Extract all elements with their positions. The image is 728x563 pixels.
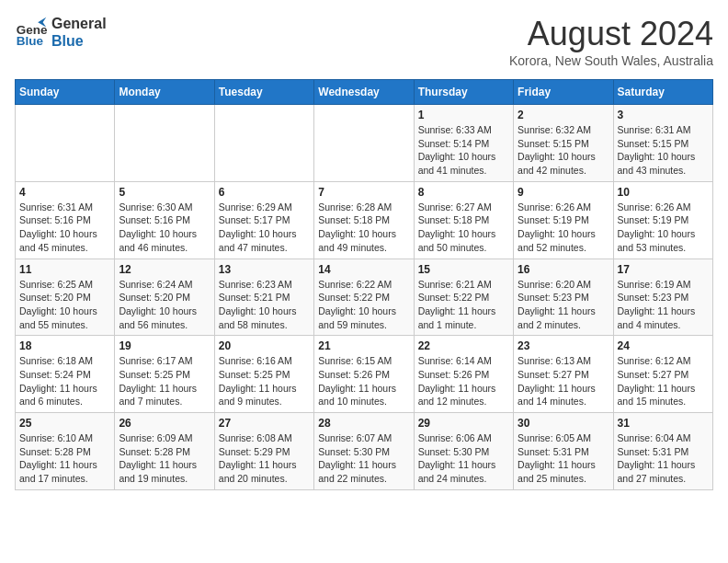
calendar-week-1: 1Sunrise: 6:33 AMSunset: 5:14 PMDaylight… bbox=[16, 105, 713, 182]
calendar-cell: 25Sunrise: 6:10 AMSunset: 5:28 PMDayligh… bbox=[16, 413, 115, 490]
month-title: August 2024 bbox=[509, 15, 713, 53]
day-info: Sunrise: 6:28 AMSunset: 5:18 PMDaylight:… bbox=[318, 201, 409, 255]
day-info: Sunrise: 6:10 AMSunset: 5:28 PMDaylight:… bbox=[19, 431, 110, 486]
day-number: 10 bbox=[618, 186, 709, 199]
day-number: 11 bbox=[19, 263, 110, 276]
day-info: Sunrise: 6:16 AMSunset: 5:25 PMDaylight:… bbox=[219, 354, 310, 408]
location-subtitle: Korora, New South Wales, Australia bbox=[509, 53, 713, 68]
calendar-cell: 22Sunrise: 6:14 AMSunset: 5:26 PMDayligh… bbox=[414, 336, 513, 413]
calendar-body: 1Sunrise: 6:33 AMSunset: 5:14 PMDaylight… bbox=[16, 105, 713, 490]
day-number: 1 bbox=[418, 109, 509, 121]
day-info: Sunrise: 6:18 AMSunset: 5:24 PMDaylight:… bbox=[19, 354, 110, 408]
calendar-cell: 1Sunrise: 6:33 AMSunset: 5:14 PMDaylight… bbox=[414, 105, 513, 182]
day-number: 5 bbox=[119, 186, 210, 199]
day-number: 7 bbox=[318, 186, 409, 199]
day-info: Sunrise: 6:14 AMSunset: 5:26 PMDaylight:… bbox=[418, 354, 509, 408]
calendar-cell: 19Sunrise: 6:17 AMSunset: 5:25 PMDayligh… bbox=[115, 336, 214, 413]
day-number: 23 bbox=[518, 339, 609, 352]
calendar-cell bbox=[16, 105, 115, 182]
logo: General Blue General Blue bbox=[15, 15, 107, 50]
calendar-cell: 5Sunrise: 6:30 AMSunset: 5:16 PMDaylight… bbox=[115, 181, 214, 259]
calendar-cell: 21Sunrise: 6:15 AMSunset: 5:26 PMDayligh… bbox=[314, 336, 414, 413]
page-header: General Blue General Blue August 2024 Ko… bbox=[15, 15, 713, 68]
calendar-cell: 15Sunrise: 6:21 AMSunset: 5:22 PMDayligh… bbox=[414, 259, 513, 336]
day-header-tuesday: Tuesday bbox=[214, 80, 313, 105]
day-info: Sunrise: 6:07 AMSunset: 5:30 PMDaylight:… bbox=[318, 431, 409, 486]
day-info: Sunrise: 6:05 AMSunset: 5:31 PMDaylight:… bbox=[518, 431, 609, 486]
day-number: 2 bbox=[518, 109, 609, 121]
calendar-cell: 27Sunrise: 6:08 AMSunset: 5:29 PMDayligh… bbox=[214, 413, 313, 490]
day-number: 3 bbox=[618, 109, 709, 121]
calendar-cell: 30Sunrise: 6:05 AMSunset: 5:31 PMDayligh… bbox=[514, 413, 613, 490]
calendar-week-4: 18Sunrise: 6:18 AMSunset: 5:24 PMDayligh… bbox=[16, 336, 713, 413]
calendar-cell: 17Sunrise: 6:19 AMSunset: 5:23 PMDayligh… bbox=[613, 259, 712, 336]
calendar-cell bbox=[314, 105, 414, 182]
day-number: 13 bbox=[219, 263, 310, 276]
day-number: 8 bbox=[418, 186, 509, 199]
calendar-cell: 18Sunrise: 6:18 AMSunset: 5:24 PMDayligh… bbox=[16, 336, 115, 413]
day-info: Sunrise: 6:09 AMSunset: 5:28 PMDaylight:… bbox=[119, 431, 210, 486]
day-number: 14 bbox=[318, 263, 409, 276]
day-header-saturday: Saturday bbox=[613, 80, 712, 105]
day-number: 21 bbox=[318, 339, 409, 352]
calendar-cell: 9Sunrise: 6:26 AMSunset: 5:19 PMDaylight… bbox=[514, 181, 613, 259]
day-number: 15 bbox=[418, 263, 509, 276]
calendar-cell: 3Sunrise: 6:31 AMSunset: 5:15 PMDaylight… bbox=[613, 105, 712, 182]
day-info: Sunrise: 6:33 AMSunset: 5:14 PMDaylight:… bbox=[418, 123, 509, 178]
calendar-week-3: 11Sunrise: 6:25 AMSunset: 5:20 PMDayligh… bbox=[16, 259, 713, 336]
calendar-cell: 12Sunrise: 6:24 AMSunset: 5:20 PMDayligh… bbox=[115, 259, 214, 336]
day-info: Sunrise: 6:17 AMSunset: 5:25 PMDaylight:… bbox=[119, 354, 210, 408]
day-info: Sunrise: 6:32 AMSunset: 5:15 PMDaylight:… bbox=[518, 123, 609, 178]
day-info: Sunrise: 6:19 AMSunset: 5:23 PMDaylight:… bbox=[618, 278, 709, 332]
day-header-monday: Monday bbox=[115, 80, 214, 105]
day-header-wednesday: Wednesday bbox=[314, 80, 414, 105]
calendar-cell: 26Sunrise: 6:09 AMSunset: 5:28 PMDayligh… bbox=[115, 413, 214, 490]
calendar-week-2: 4Sunrise: 6:31 AMSunset: 5:16 PMDaylight… bbox=[16, 181, 713, 259]
day-info: Sunrise: 6:26 AMSunset: 5:19 PMDaylight:… bbox=[518, 201, 609, 255]
day-info: Sunrise: 6:15 AMSunset: 5:26 PMDaylight:… bbox=[318, 354, 409, 408]
day-info: Sunrise: 6:08 AMSunset: 5:29 PMDaylight:… bbox=[219, 431, 310, 486]
day-info: Sunrise: 6:12 AMSunset: 5:27 PMDaylight:… bbox=[618, 354, 709, 408]
calendar-cell: 13Sunrise: 6:23 AMSunset: 5:21 PMDayligh… bbox=[214, 259, 313, 336]
day-number: 22 bbox=[418, 339, 509, 352]
day-number: 24 bbox=[618, 339, 709, 352]
calendar-cell: 28Sunrise: 6:07 AMSunset: 5:30 PMDayligh… bbox=[314, 413, 414, 490]
day-info: Sunrise: 6:24 AMSunset: 5:20 PMDaylight:… bbox=[119, 278, 210, 332]
calendar-cell: 8Sunrise: 6:27 AMSunset: 5:18 PMDaylight… bbox=[414, 181, 513, 259]
day-header-thursday: Thursday bbox=[414, 80, 513, 105]
day-info: Sunrise: 6:23 AMSunset: 5:21 PMDaylight:… bbox=[219, 278, 310, 332]
day-number: 6 bbox=[219, 186, 310, 199]
day-header-sunday: Sunday bbox=[16, 80, 115, 105]
day-header-friday: Friday bbox=[514, 80, 613, 105]
day-info: Sunrise: 6:22 AMSunset: 5:22 PMDaylight:… bbox=[318, 278, 409, 332]
day-number: 30 bbox=[518, 417, 609, 430]
calendar-cell: 20Sunrise: 6:16 AMSunset: 5:25 PMDayligh… bbox=[214, 336, 313, 413]
day-info: Sunrise: 6:29 AMSunset: 5:17 PMDaylight:… bbox=[219, 201, 310, 255]
calendar-week-5: 25Sunrise: 6:10 AMSunset: 5:28 PMDayligh… bbox=[16, 413, 713, 490]
day-number: 18 bbox=[19, 339, 110, 352]
logo-line2: Blue bbox=[51, 32, 107, 50]
day-number: 31 bbox=[618, 417, 709, 430]
day-info: Sunrise: 6:31 AMSunset: 5:16 PMDaylight:… bbox=[19, 201, 110, 255]
calendar-cell: 29Sunrise: 6:06 AMSunset: 5:30 PMDayligh… bbox=[414, 413, 513, 490]
calendar-table: SundayMondayTuesdayWednesdayThursdayFrid… bbox=[15, 79, 713, 490]
day-number: 17 bbox=[618, 263, 709, 276]
day-info: Sunrise: 6:21 AMSunset: 5:22 PMDaylight:… bbox=[418, 278, 509, 332]
calendar-cell: 11Sunrise: 6:25 AMSunset: 5:20 PMDayligh… bbox=[16, 259, 115, 336]
calendar-header-row: SundayMondayTuesdayWednesdayThursdayFrid… bbox=[16, 80, 713, 105]
calendar-cell: 24Sunrise: 6:12 AMSunset: 5:27 PMDayligh… bbox=[613, 336, 712, 413]
day-number: 20 bbox=[219, 339, 310, 352]
calendar-cell: 7Sunrise: 6:28 AMSunset: 5:18 PMDaylight… bbox=[314, 181, 414, 259]
svg-text:Blue: Blue bbox=[17, 35, 44, 49]
day-info: Sunrise: 6:26 AMSunset: 5:19 PMDaylight:… bbox=[618, 201, 709, 255]
day-info: Sunrise: 6:27 AMSunset: 5:18 PMDaylight:… bbox=[418, 201, 509, 255]
calendar-cell: 23Sunrise: 6:13 AMSunset: 5:27 PMDayligh… bbox=[514, 336, 613, 413]
logo-icon: General Blue bbox=[15, 16, 48, 49]
day-info: Sunrise: 6:31 AMSunset: 5:15 PMDaylight:… bbox=[618, 123, 709, 178]
calendar-cell: 6Sunrise: 6:29 AMSunset: 5:17 PMDaylight… bbox=[214, 181, 313, 259]
day-info: Sunrise: 6:25 AMSunset: 5:20 PMDaylight:… bbox=[19, 278, 110, 332]
calendar-cell bbox=[214, 105, 313, 182]
calendar-cell: 2Sunrise: 6:32 AMSunset: 5:15 PMDaylight… bbox=[514, 105, 613, 182]
day-number: 16 bbox=[518, 263, 609, 276]
day-info: Sunrise: 6:20 AMSunset: 5:23 PMDaylight:… bbox=[518, 278, 609, 332]
